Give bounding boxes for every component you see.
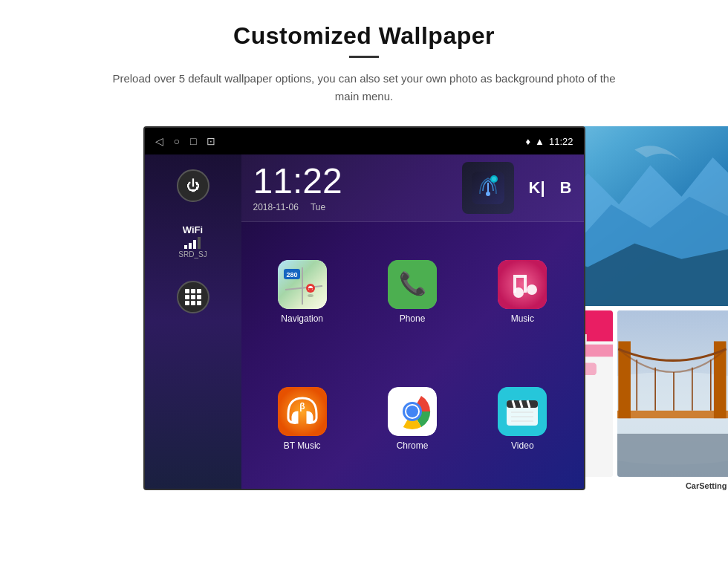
wifi-bars xyxy=(184,237,201,249)
left-sidebar: ⏻ WiFi SRD_SJ xyxy=(145,154,241,489)
bt-music-app-icon: β xyxy=(278,387,327,436)
status-bar-left: ◁ ○ □ ⊡ xyxy=(155,135,216,147)
recents-nav-icon[interactable]: □ xyxy=(190,135,196,147)
bt-music-label: BT Music xyxy=(284,440,321,451)
wifi-info: WiFi SRD_SJ xyxy=(178,224,207,258)
radio-icon xyxy=(472,172,504,204)
time-date: 2018-11-06 Tue xyxy=(253,202,447,212)
android-screen: ◁ ○ □ ⊡ ♦ ▲ 11:22 ⏻ xyxy=(143,126,585,490)
home-nav-icon[interactable]: ○ xyxy=(174,135,180,147)
svg-rect-16 xyxy=(498,260,547,309)
status-bar-right: ♦ ▲ 11:22 xyxy=(525,136,573,147)
phone-icon-svg: 📞 xyxy=(388,260,437,309)
carsetting-label: CarSetting xyxy=(686,481,727,490)
svg-point-10 xyxy=(308,294,313,297)
date-value: 2018-11-06 xyxy=(253,202,299,212)
grid-dot xyxy=(185,301,189,305)
main-content: ◁ ○ □ ⊡ ♦ ▲ 11:22 ⏻ xyxy=(143,126,585,490)
app-item-phone[interactable]: 📞 Phone xyxy=(357,228,467,356)
main-area: 11:22 2018-11-06 Tue xyxy=(241,154,584,489)
chrome-icon-svg xyxy=(388,387,437,436)
time-widget: 11:22 2018-11-06 Tue xyxy=(241,154,584,222)
svg-point-31 xyxy=(406,406,418,417)
app-item-video[interactable]: Video xyxy=(467,356,577,484)
app-item-chrome[interactable]: Chrome xyxy=(357,356,467,484)
signal-icon: ▲ xyxy=(535,136,545,147)
radio-widget[interactable] xyxy=(462,162,514,214)
music-k-btn[interactable]: K| xyxy=(529,178,545,198)
day-value: Tue xyxy=(311,202,325,212)
page-wrapper: Customized Wallpaper Preload over 5 defa… xyxy=(0,0,728,563)
grid-icon xyxy=(185,289,201,305)
screen-body: ⏻ WiFi SRD_SJ xyxy=(145,154,584,489)
page-title: Customized Wallpaper xyxy=(233,22,495,50)
status-bar: ◁ ○ □ ⊡ ♦ ▲ 11:22 xyxy=(145,128,584,154)
power-icon: ⏻ xyxy=(186,178,200,194)
grid-dot xyxy=(191,295,195,299)
app-item-music[interactable]: Music xyxy=(467,228,577,356)
video-icon-svg xyxy=(498,387,547,436)
back-nav-icon[interactable]: ◁ xyxy=(155,135,163,147)
golden-gate-svg xyxy=(617,310,729,477)
svg-rect-24 xyxy=(293,412,297,424)
bt-music-icon-svg: β xyxy=(278,387,327,436)
svg-text:📞: 📞 xyxy=(398,270,426,297)
grid-dot xyxy=(185,295,189,299)
music-app-icon xyxy=(498,260,547,309)
navigation-icon-svg: 280 xyxy=(278,260,327,309)
wifi-label: WiFi xyxy=(183,224,203,235)
video-app-icon xyxy=(498,387,547,436)
wifi-bar-1 xyxy=(184,245,187,249)
chrome-label: Chrome xyxy=(397,440,429,451)
app-item-bt-music[interactable]: β BT Music xyxy=(247,356,357,484)
music-label: Music xyxy=(511,313,534,324)
navigation-label: Navigation xyxy=(281,313,323,324)
svg-point-3 xyxy=(492,177,496,181)
svg-point-18 xyxy=(527,284,537,295)
phone-label: Phone xyxy=(400,313,426,324)
music-b-btn[interactable]: B xyxy=(560,178,572,198)
video-label: Video xyxy=(511,440,533,451)
grid-dot xyxy=(185,289,189,293)
clock-display: 11:22 xyxy=(253,163,447,199)
grid-dot xyxy=(191,301,195,305)
grid-dot xyxy=(197,289,201,293)
svg-text:β: β xyxy=(299,401,305,411)
music-icon-svg xyxy=(498,260,547,309)
chrome-app-icon xyxy=(388,387,437,436)
wifi-ssid: SRD_SJ xyxy=(178,250,207,258)
screenshot-nav-icon[interactable]: ⊡ xyxy=(207,135,215,147)
wifi-bar-4 xyxy=(198,237,201,249)
grid-dot xyxy=(197,295,201,299)
wallpaper-golden-gate[interactable] xyxy=(617,310,729,477)
wifi-bar-3 xyxy=(193,240,196,249)
svg-rect-54 xyxy=(617,411,729,418)
phone-app-icon: 📞 xyxy=(388,260,437,309)
page-subtitle: Preload over 5 default wallpaper options… xyxy=(111,70,617,105)
apps-grid-button[interactable] xyxy=(177,281,209,313)
app-item-navigation[interactable]: 280 Navigation xyxy=(247,228,357,356)
power-button[interactable]: ⏻ xyxy=(177,169,209,202)
navigation-app-icon: 280 xyxy=(278,260,327,309)
app-grid: 280 Navigation xyxy=(241,222,584,489)
title-divider xyxy=(349,56,379,58)
grid-dot xyxy=(197,301,201,305)
status-time: 11:22 xyxy=(549,136,573,147)
grid-dot xyxy=(191,289,195,293)
time-display: 11:22 2018-11-06 Tue xyxy=(253,163,447,212)
svg-text:280: 280 xyxy=(286,271,297,279)
svg-rect-25 xyxy=(308,412,312,424)
svg-rect-53 xyxy=(617,434,729,477)
wifi-bar-2 xyxy=(189,243,192,249)
svg-rect-20 xyxy=(513,278,516,293)
svg-rect-23 xyxy=(278,387,327,436)
svg-point-1 xyxy=(486,192,490,196)
location-icon: ♦ xyxy=(525,136,530,147)
svg-rect-21 xyxy=(513,275,527,278)
